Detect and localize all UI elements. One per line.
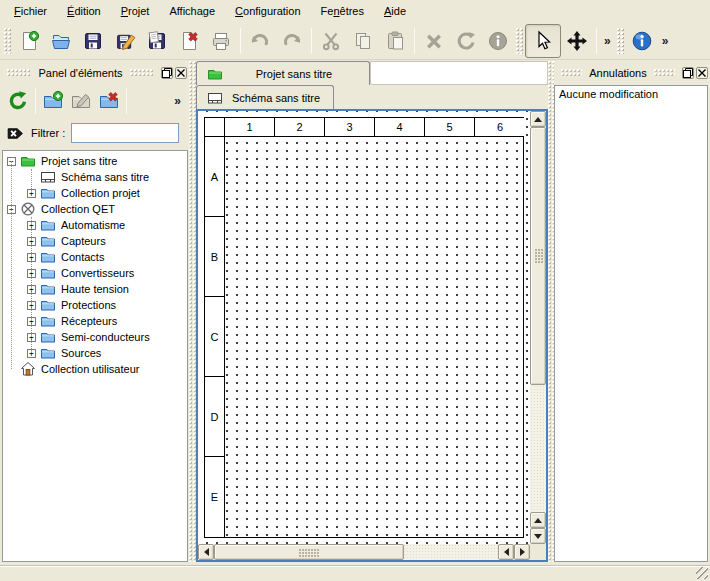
undo-panel-titlebar[interactable]: Annulations <box>556 64 708 82</box>
cut-button <box>315 25 347 57</box>
save-button[interactable] <box>77 25 109 57</box>
folder-blue-icon <box>40 313 56 329</box>
cut-icon <box>320 30 342 52</box>
folder-edit-icon <box>70 90 92 112</box>
horizontal-scroll-track[interactable] <box>214 544 498 560</box>
tree-item-collection-qet[interactable]: −Collection QET <box>3 201 187 217</box>
info-gray-icon <box>487 30 509 52</box>
scroll-right-button[interactable] <box>514 544 530 560</box>
menu-projet[interactable]: Projet <box>111 2 160 20</box>
refresh-icon <box>7 90 29 112</box>
tree-item-label: Collection QET <box>41 203 115 215</box>
dock-drag-grip[interactable] <box>561 69 582 77</box>
toolbar-handle[interactable] <box>4 28 11 54</box>
rotate-button <box>450 25 482 57</box>
new-category-button[interactable] <box>39 87 67 115</box>
filter-row: Filtrer : <box>0 118 189 148</box>
menu-fenetres[interactable]: Fenêtres <box>311 2 374 20</box>
resize-grip-icon[interactable] <box>696 567 708 579</box>
dock-drag-grip[interactable] <box>654 69 675 77</box>
reload-collections-button[interactable] <box>4 87 32 115</box>
about-qet-button[interactable] <box>626 25 658 57</box>
tree-item-label: Haute tension <box>61 283 129 295</box>
sheet-column-3: 3 <box>325 118 375 136</box>
toolbar-overflow-chevron[interactable]: » <box>658 34 673 48</box>
undo-list-item[interactable]: Aucune modification <box>555 86 707 102</box>
tree-item-label: Récepteurs <box>61 315 117 327</box>
selection-mode-button[interactable] <box>525 24 561 58</box>
sheet-column-6: 6 <box>475 118 525 136</box>
folder-new-icon <box>42 90 64 112</box>
main-toolbar: »» <box>0 22 710 60</box>
scroll-up-button[interactable] <box>530 111 546 127</box>
new-document-button[interactable] <box>13 25 45 57</box>
vertical-scroll-thumb[interactable] <box>530 127 546 385</box>
menu-aide[interactable]: Aide <box>374 2 416 20</box>
save-all-button[interactable] <box>141 25 173 57</box>
scrollbar-corner <box>530 544 546 560</box>
scroll-left-button[interactable] <box>198 544 214 560</box>
arrow-down-icon <box>534 534 542 539</box>
scroll-down-button[interactable] <box>530 528 546 544</box>
collections-tree: −Projet sans titreSchéma sans titre+Coll… <box>2 150 188 562</box>
save-as-icon <box>114 30 136 52</box>
print-button[interactable] <box>205 25 237 57</box>
vertical-scroll-track[interactable] <box>530 127 546 512</box>
dock-float-button[interactable] <box>161 67 173 79</box>
qet-icon <box>20 201 36 217</box>
vertical-scrollbar[interactable] <box>530 111 546 544</box>
scroll-up-button-2[interactable] <box>530 512 546 528</box>
scroll-left-button-2[interactable] <box>498 544 514 560</box>
dock-drag-grip[interactable] <box>7 69 31 77</box>
toolbar-separator <box>126 88 127 114</box>
left-splitter[interactable] <box>189 61 196 562</box>
arrow-up-icon <box>534 117 542 122</box>
clear-filter-icon[interactable] <box>6 124 25 143</box>
filter-input[interactable] <box>71 123 179 143</box>
schema-icon <box>207 90 223 106</box>
sheet-corner-cell <box>205 118 225 136</box>
drawing-area[interactable] <box>225 137 523 537</box>
diagram-canvas[interactable]: 123456 ABCDE <box>198 111 530 544</box>
menu-fichier[interactable]: Fichier <box>4 2 57 20</box>
tree-item-projet-sans-titre[interactable]: −Projet sans titre <box>3 153 187 169</box>
folder-blue-icon <box>40 185 56 201</box>
menu-configuration[interactable]: Configuration <box>225 2 310 20</box>
delete-category-button[interactable] <box>95 87 123 115</box>
tab-schema[interactable]: Schéma sans titre <box>196 85 334 109</box>
undo-panel-title: Annulations <box>587 67 649 79</box>
toolbar-handle[interactable] <box>516 28 523 54</box>
undo-panel-dock: Annulations Aucune modification <box>554 61 710 562</box>
close-document-button[interactable] <box>173 25 205 57</box>
diagram-view: 123456 ABCDE <box>196 109 548 562</box>
save-as-button[interactable] <box>109 25 141 57</box>
tree-item-label: Projet sans titre <box>41 155 117 167</box>
toolbar-overflow-chevron[interactable]: » <box>170 94 185 108</box>
arrow-left-icon <box>504 548 509 556</box>
horizontal-scrollbar[interactable] <box>198 544 530 560</box>
elements-panel-titlebar[interactable]: Panel d'éléments <box>2 64 187 82</box>
element-infos-button <box>482 25 514 57</box>
sheet-column-2: 2 <box>275 118 325 136</box>
close-document-icon <box>178 30 200 52</box>
project-folder-icon <box>207 66 223 82</box>
restore-icon <box>162 68 172 78</box>
dock-drag-grip[interactable] <box>130 69 154 77</box>
horizontal-scroll-thumb[interactable] <box>214 544 404 560</box>
toolbar-overflow-chevron[interactable]: » <box>600 34 615 48</box>
toolbar-separator <box>240 28 241 54</box>
project-tabbar: Projet sans titre <box>196 61 548 85</box>
open-document-button[interactable] <box>45 25 77 57</box>
pan-mode-button[interactable] <box>561 25 593 57</box>
paste-icon <box>384 30 406 52</box>
tab-project[interactable]: Projet sans titre <box>196 61 370 85</box>
dock-close-button[interactable] <box>175 67 187 79</box>
toolbar-handle[interactable] <box>617 28 624 54</box>
dock-close-button[interactable] <box>696 67 708 79</box>
copy-icon <box>352 30 374 52</box>
dock-float-button[interactable] <box>682 67 694 79</box>
menu-affichage[interactable]: Affichage <box>159 2 225 20</box>
menu-edition[interactable]: Édition <box>57 2 111 20</box>
redo-icon <box>281 30 303 52</box>
tree-item-collection-utilisateur[interactable]: Collection utilisateur <box>3 361 187 377</box>
